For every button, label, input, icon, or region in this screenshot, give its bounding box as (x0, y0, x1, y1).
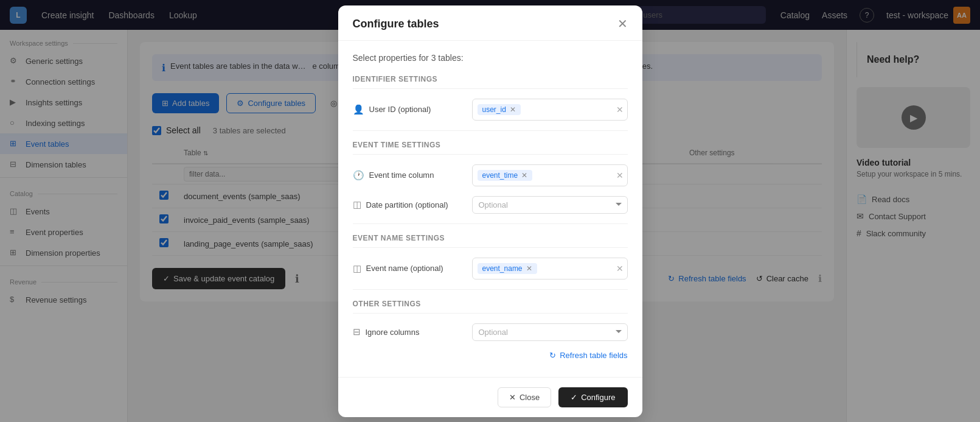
user-id-text: User ID (optional) (369, 105, 431, 114)
modal-configure-btn[interactable]: ✓ Configure (558, 387, 627, 407)
ignore-columns-select[interactable]: Optional (472, 323, 628, 341)
close-x-icon: ✕ (509, 393, 516, 402)
event-name-clear-all[interactable]: ✕ (616, 264, 624, 273)
user-id-label: 👤 User ID (optional) (353, 104, 462, 115)
configure-label: Configure (581, 393, 615, 402)
modal-refresh-label: Refresh table fields (560, 351, 627, 360)
date-partition-row: ◫ Date partition (optional) Optional (353, 196, 628, 214)
date-partition-select[interactable]: Optional (472, 196, 628, 214)
sep-event-name (353, 223, 628, 224)
calendar-small-icon: ◫ (353, 199, 361, 210)
close-label: Close (520, 393, 540, 402)
ignore-columns-row: ⊟ Ignore columns Optional (353, 323, 628, 341)
event-time-column-row: 🕐 Event time column event_time ✕ ✕ (353, 164, 628, 186)
configure-check-icon: ✓ (571, 393, 577, 402)
ignore-columns-value: Optional (472, 323, 628, 341)
event-name-label: ◫ Event name (optional) (353, 263, 462, 274)
sep-other (353, 289, 628, 290)
sep-event-time (353, 130, 628, 131)
columns-icon: ⊟ (353, 326, 361, 337)
modal-body: Select properties for 3 tables: Identifi… (338, 41, 642, 377)
modal-refresh-area: ↻ Refresh table fields (353, 351, 628, 360)
ignore-columns-text: Ignore columns (366, 328, 420, 337)
other-section-title: Other settings (353, 300, 628, 314)
event-name-text: Event name (optional) (366, 264, 443, 273)
clock-icon: 🕐 (353, 170, 364, 181)
event-name-section-title: Event name settings (353, 234, 628, 248)
date-partition-value: Optional (472, 196, 628, 214)
event-time-value: event_time ✕ ✕ (472, 164, 628, 186)
event-time-tag: event_time ✕ (478, 170, 533, 181)
modal-refresh-button[interactable]: ↻ Refresh table fields (549, 351, 627, 360)
tag-icon: ◫ (353, 263, 361, 274)
configure-tables-modal: Configure tables ✕ Select properties for… (338, 5, 642, 417)
modal-header: Configure tables ✕ (338, 5, 642, 41)
event-time-tag-remove[interactable]: ✕ (521, 171, 527, 180)
event-time-section-title: Event time settings (353, 141, 628, 155)
modal-refresh-icon: ↻ (549, 351, 556, 360)
user-id-tag-text: user_id (482, 105, 506, 114)
user-id-tag: user_id ✕ (478, 104, 521, 115)
event-time-clear-all[interactable]: ✕ (616, 171, 624, 180)
ignore-columns-label: ⊟ Ignore columns (353, 326, 462, 337)
modal-footer: ✕ Close ✓ Configure (338, 377, 642, 417)
user-id-value: user_id ✕ ✕ (472, 99, 628, 121)
event-time-text: Event time column (369, 171, 434, 180)
event-name-tag-input[interactable]: event_name ✕ ✕ (472, 258, 628, 280)
user-id-tag-remove[interactable]: ✕ (510, 105, 516, 114)
event-name-tag: event_name ✕ (478, 263, 537, 274)
event-name-tag-text: event_name (482, 264, 523, 273)
modal-subtitle: Select properties for 3 tables: (353, 53, 628, 63)
user-icon: 👤 (353, 104, 364, 115)
event-name-row: ◫ Event name (optional) event_name ✕ ✕ (353, 258, 628, 280)
modal-title: Configure tables (353, 18, 439, 30)
user-id-clear-all[interactable]: ✕ (616, 105, 624, 114)
event-time-label: 🕐 Event time column (353, 170, 462, 181)
user-id-field-row: 👤 User ID (optional) user_id ✕ ✕ (353, 99, 628, 121)
identifier-section-title: Identifier settings (353, 75, 628, 89)
modal-close-btn[interactable]: ✕ Close (498, 387, 551, 407)
modal-close-button[interactable]: ✕ (617, 18, 628, 30)
event-time-tag-text: event_time (482, 171, 518, 180)
date-partition-text: Date partition (optional) (366, 200, 448, 209)
event-time-tag-input[interactable]: event_time ✕ ✕ (472, 164, 628, 186)
event-name-tag-remove[interactable]: ✕ (526, 264, 532, 273)
event-name-value: event_name ✕ ✕ (472, 258, 628, 280)
modal-overlay[interactable]: Configure tables ✕ Select properties for… (0, 0, 980, 422)
user-id-tag-input[interactable]: user_id ✕ ✕ (472, 99, 628, 121)
date-partition-label: ◫ Date partition (optional) (353, 199, 462, 210)
